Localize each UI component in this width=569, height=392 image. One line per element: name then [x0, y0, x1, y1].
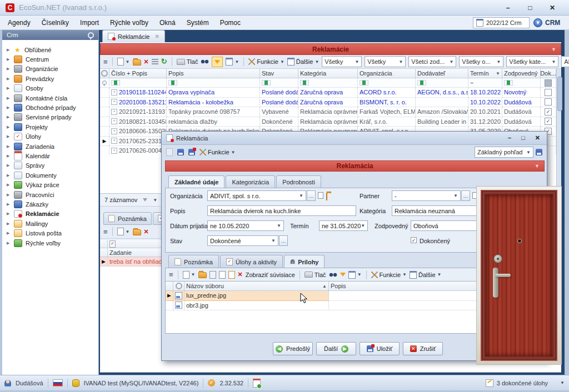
close-button[interactable]: ✕	[541, 4, 563, 12]
expand-icon[interactable]: +	[111, 148, 117, 154]
expand-icon[interactable]: +	[111, 118, 117, 124]
partner-field[interactable]: -▼	[392, 190, 461, 201]
tab-podrobnosti[interactable]: Podrobnosti	[276, 175, 321, 188]
copy-button[interactable]	[219, 271, 226, 279]
banner-dropdown-icon[interactable]: ▼	[535, 163, 540, 169]
filter-select-category[interactable]: Všetky kate...▼	[506, 56, 558, 67]
expand-icon[interactable]: +	[111, 109, 117, 115]
status-user[interactable]: Dudášová	[16, 380, 43, 386]
sidebar-item-kontaktne-cisla[interactable]: ▶Kontaktné čísla	[2, 93, 98, 103]
sidebar-item-spravy[interactable]: ▶Správy	[2, 161, 98, 170]
tab-zakladne-udaje[interactable]: Základné údaje	[168, 175, 224, 189]
scrollbar-thumb[interactable]	[557, 77, 562, 111]
table-row[interactable]: +20180821-103458 r... reklamácia dlažby …	[100, 117, 556, 127]
tasks-dropdown-icon[interactable]: ▼	[560, 380, 565, 385]
organizacia-lookup-button[interactable]: …	[307, 190, 316, 201]
column-header-popis[interactable]: Popis	[167, 69, 260, 78]
equals-filter-icon[interactable]: −	[468, 78, 502, 88]
filter-button[interactable]	[212, 57, 223, 67]
save-button[interactable]: Uložiť	[360, 342, 400, 355]
cancel-button[interactable]: ✕Zrušiť	[403, 342, 443, 355]
sidebar-item-centrum[interactable]: ▶Centrum	[2, 54, 98, 64]
status-tasks[interactable]: 3 dokončené úlohy	[497, 380, 548, 386]
column-header-termin[interactable]: Termín▼	[468, 69, 502, 78]
checkbox-filter-icon[interactable]	[545, 79, 552, 87]
sidebar-item-pracovnici[interactable]: ▶Pracovníci	[2, 190, 98, 199]
column-header-kategoria[interactable]: Kategória	[298, 69, 358, 78]
sidebar-item-ulohy[interactable]: ▶✓Úlohy	[2, 132, 98, 142]
functions-menu[interactable]: Funkcie▼	[371, 272, 407, 278]
expand-icon[interactable]: +	[111, 138, 117, 144]
tab-poznamka[interactable]: Poznámka	[168, 255, 219, 268]
dialog-minimize-button[interactable]: –	[508, 134, 511, 142]
sidebar-item-zariadenia[interactable]: ▶Zariadenia	[2, 142, 98, 151]
expand-icon[interactable]: +	[111, 99, 117, 105]
new-note-button[interactable]: ▼	[117, 228, 130, 235]
layout-button[interactable]: ▼	[348, 271, 362, 279]
print-button[interactable]: Tlač	[177, 58, 198, 65]
grid-settings-icon[interactable]	[176, 283, 182, 289]
banner-dropdown-icon[interactable]: ▼	[551, 47, 556, 52]
print-button[interactable]: Tlač	[305, 272, 326, 278]
expand-icon[interactable]: +	[111, 89, 117, 96]
contains-filter-icon[interactable]	[111, 80, 120, 86]
previous-button[interactable]: ◀Predošlý	[273, 342, 313, 355]
layout-button[interactable]: ▼	[226, 58, 239, 66]
dialog-maximize-button[interactable]: □	[521, 134, 525, 142]
sidebar-item-reklamacie[interactable]: ▶Reklamácie	[2, 209, 98, 219]
dokonceny-checkbox[interactable]: ✓	[411, 237, 417, 243]
filter-funnel-icon[interactable]	[340, 273, 346, 277]
view-select[interactable]: Základný pohľad▼	[475, 147, 533, 158]
sidebar-item-organizacie[interactable]: ▶Organizácie	[2, 64, 98, 74]
search-button[interactable]	[329, 272, 337, 278]
save-view-icon[interactable]	[536, 149, 542, 155]
next-button[interactable]: Ďalší▶	[316, 342, 356, 355]
row-checkbox[interactable]	[545, 98, 552, 105]
show-related-button[interactable]: Zobraziť súvisiace	[246, 272, 295, 278]
tab-prilohy[interactable]: ⋒Prílohy	[284, 255, 325, 269]
minimize-button[interactable]: –	[497, 4, 519, 12]
hierarchy-button[interactable]	[152, 59, 158, 64]
stav-lookup-button[interactable]: …	[279, 235, 288, 246]
termin-field[interactable]: ne 31.05.2020▼	[319, 220, 368, 231]
sidebar-item-osoby[interactable]: ▶Osoby	[2, 84, 98, 93]
calendar-check-icon[interactable]	[253, 379, 261, 388]
menu-okna[interactable]: Okná	[159, 19, 176, 27]
grid-settings-icon[interactable]	[100, 69, 109, 78]
row-checkbox[interactable]	[545, 89, 552, 96]
sidebar-item-dokumenty[interactable]: ▶Dokumenty	[2, 170, 98, 180]
records-filter-icon[interactable]	[143, 198, 147, 202]
contains-filter-icon[interactable]	[417, 80, 426, 86]
filter-select-org[interactable]: Všetky o...▼	[459, 56, 503, 67]
status-database[interactable]: IVANAD test (MySQL/IVANADtest, V2246)	[84, 380, 199, 386]
open-record-button[interactable]	[133, 58, 141, 66]
open-file-button[interactable]	[198, 271, 207, 278]
open-note-button[interactable]	[133, 228, 141, 235]
sidebar-item-obchodne-pripady[interactable]: ▶Obchodné prípady	[2, 103, 98, 112]
column-header-num[interactable]: Číslo + Popis	[109, 69, 167, 78]
filter-select-1[interactable]: Všetky▼	[322, 56, 362, 67]
save-and-close-icon[interactable]	[188, 149, 195, 155]
partner-lookup-button[interactable]: …	[461, 190, 470, 201]
filter-select-2[interactable]: Všetky▼	[365, 56, 406, 67]
new-record-button[interactable]: ▼	[117, 58, 130, 66]
search-button[interactable]	[201, 59, 209, 64]
sidebar-item-mailingy[interactable]: ▶Mailingy	[2, 219, 98, 228]
grid-filter-row[interactable]: −	[100, 78, 556, 88]
contains-filter-icon[interactable]	[360, 80, 368, 86]
menu-ciselniky[interactable]: Číselníky	[42, 19, 69, 27]
datum-prijatia-field[interactable]: ne 10.05.2020▼	[207, 220, 284, 231]
refresh-button[interactable]: ↻	[161, 59, 167, 64]
more-menu[interactable]: Ďalšie▼	[410, 271, 442, 279]
contains-filter-icon[interactable]	[168, 80, 177, 86]
sidebar-item-oblubene[interactable]: ▶★Obľúbené	[2, 45, 98, 54]
maximize-button[interactable]: □	[519, 4, 541, 12]
column-header-dodavatel[interactable]: Dodávateľ	[416, 69, 468, 78]
sidebar-item-zakazky[interactable]: ▶Zákazky	[2, 199, 98, 209]
paste-button[interactable]	[228, 271, 235, 279]
crm-module-button[interactable]: ▼ CRM	[533, 17, 560, 28]
sidebar-item-vykaz-prace[interactable]: ▶Výkaz práce	[2, 180, 98, 189]
delete-note-button[interactable]: ✕	[144, 228, 149, 235]
menu-system[interactable]: Systém	[187, 19, 209, 27]
sidebar-item-servisne-pripady[interactable]: ▶Servisné prípady	[2, 113, 98, 122]
